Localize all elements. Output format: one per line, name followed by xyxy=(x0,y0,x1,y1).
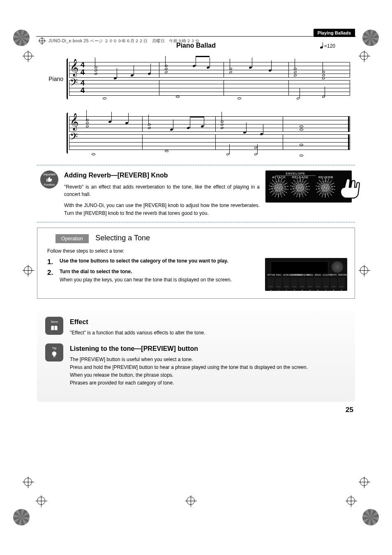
tone-panel-illustration: RHYTHM0PIANO1KEYBOARD/ORGAN2GUITAR/BASS3… xyxy=(265,258,347,291)
section-divider xyxy=(37,165,355,166)
treble-staff: 𝄞 xyxy=(69,116,350,132)
thumb-icon xyxy=(46,176,53,183)
preview-paragraph: Press and hold the [PREVIEW] button to h… xyxy=(70,364,347,371)
lightbulb-icon xyxy=(51,351,58,358)
section-tab: Playing Ballads xyxy=(314,29,355,37)
tone-category-label: SYNTH xyxy=(330,274,337,276)
tone-category-button: VOCAL/PAD7 xyxy=(323,278,329,288)
treble-clef-icon: 𝄞 xyxy=(70,114,78,129)
registration-mark xyxy=(362,30,379,46)
instrument-label: Piano xyxy=(42,76,67,82)
important-badge: Important Function xyxy=(40,170,58,189)
preview-paragraph: When you release the button, the phrase … xyxy=(70,371,347,379)
badge-label-top: Important xyxy=(43,173,55,176)
reverb-knob xyxy=(318,180,333,195)
operation-box: Operation Selecting a Tone Follow these … xyxy=(37,228,355,299)
step-text: Turn the dial to select the tone. xyxy=(60,269,132,274)
tone-category-button: WORLD5 xyxy=(307,278,313,288)
preview-paragraph: The [PREVIEW] button is useful when you … xyxy=(70,356,347,364)
term-badge: Term xyxy=(45,317,63,335)
release-knob xyxy=(293,180,307,195)
page-header: Playing Ballads xyxy=(37,29,355,39)
badge-label: Tip xyxy=(52,346,57,350)
step-text: Use the tone buttons to select the categ… xyxy=(60,258,228,264)
operation-intro: Follow these steps to select a tone: xyxy=(47,248,347,254)
crop-mark xyxy=(24,478,32,486)
tone-category-button: RHYTHM0 xyxy=(267,278,274,288)
tip-block: Term Effect "Effect" is a function that … xyxy=(37,310,355,402)
tone-category-label: PERFORM xyxy=(338,274,345,276)
tone-category-label: KEYBOARD/ORGAN xyxy=(283,274,290,276)
tip-badge: Tip xyxy=(45,343,63,362)
tone-category-button: KEYBOARD/ORGAN2 xyxy=(283,278,290,288)
badge-label: Term xyxy=(51,320,58,324)
crop-mark xyxy=(24,52,32,60)
tone-category-number: 4 xyxy=(299,289,305,292)
treble-clef-icon: 𝄞 xyxy=(70,60,78,75)
attack-knob xyxy=(271,180,286,195)
tone-category-label: RHYTHM xyxy=(267,274,274,276)
crop-mark xyxy=(360,266,368,274)
step-item: 1. Use the tone buttons to select the ca… xyxy=(47,258,260,266)
value-dial xyxy=(332,261,343,273)
effect-heading: Effect xyxy=(70,317,347,327)
crop-mark xyxy=(37,497,45,505)
tone-category-label: WORLD xyxy=(307,274,313,276)
tone-category-number: 1 xyxy=(275,289,282,292)
tone-category-button: BRASS6 xyxy=(315,278,321,288)
crop-mark xyxy=(187,497,195,505)
tone-category-number: 8 xyxy=(330,289,337,292)
step-number: 2. xyxy=(47,269,56,283)
time-signature: 44 xyxy=(81,79,85,94)
lcd-screen xyxy=(271,261,328,275)
step-subtext: When you play the keys, you can hear the… xyxy=(60,277,260,283)
tone-category-number: 5 xyxy=(307,289,313,292)
bass-clef-icon: 𝄢 xyxy=(70,76,78,92)
preview-paragraph: Phrases are provided for each category o… xyxy=(70,379,347,387)
crop-mark xyxy=(24,266,32,274)
reverb-paragraph: "Reverb" is an effect that adds reverber… xyxy=(64,183,260,198)
score-system-2: 𝄞 xyxy=(42,106,350,160)
tone-category-number: 9 xyxy=(338,289,345,292)
tone-category-number: 2 xyxy=(283,289,290,292)
section-divider xyxy=(37,222,355,223)
badge-label-bottom: Function xyxy=(44,183,55,186)
time-signature: 44 xyxy=(81,61,85,76)
tone-category-number: 3 xyxy=(291,289,297,292)
tone-category-button: PIANO1 xyxy=(275,278,282,288)
tone-category-button: GUITAR/BASS3 xyxy=(291,278,297,288)
tone-category-button: SYNTH8 xyxy=(330,278,337,288)
bass-clef-icon: 𝄢 xyxy=(70,130,78,146)
tone-category-label: BRASS xyxy=(315,274,321,276)
book-icon xyxy=(51,325,58,332)
tone-category-button: ORCHESTRA4 xyxy=(299,278,305,288)
tone-category-label: VOCAL/PAD xyxy=(323,274,329,276)
preview-heading: Listening to the tone—[PREVIEW] button xyxy=(70,343,347,354)
crop-mark xyxy=(347,497,355,505)
registration-mark xyxy=(362,509,379,525)
tone-category-label: GUITAR/BASS xyxy=(291,274,297,276)
reverb-heading: Adding Reverb—[REVERB] Knob xyxy=(64,170,260,181)
registration-mark xyxy=(13,30,30,46)
page-number: 25 xyxy=(37,406,355,414)
tone-category-number: 6 xyxy=(315,289,321,292)
step-number: 1. xyxy=(47,258,56,266)
tone-category-number: 0 xyxy=(267,289,274,292)
hand-icon xyxy=(336,174,365,203)
tone-category-label: ORCHESTRA xyxy=(299,274,305,276)
bass-staff: 𝄢 44 xyxy=(69,80,350,96)
registration-mark xyxy=(13,509,30,525)
tone-category-number: 7 xyxy=(323,289,329,292)
tone-category-label: PIANO xyxy=(275,274,282,276)
operation-tag: Operation xyxy=(55,234,89,243)
panel-group-label: ENVELOPE xyxy=(284,172,307,175)
score-system-1: Piano 𝄞 44 xyxy=(42,52,350,106)
treble-staff: 𝄞 44 xyxy=(69,62,350,78)
operation-title: Selecting a Tone xyxy=(95,234,150,242)
effect-paragraph: "Effect" is a function that adds various… xyxy=(70,329,347,337)
reverb-knob-panel: ENVELOPE ATTACK RELEASE REVERB xyxy=(265,170,352,203)
tone-category-button: PERFORM9 xyxy=(338,278,345,288)
bass-staff: 𝄢 xyxy=(69,134,350,150)
crop-mark xyxy=(360,52,368,60)
reverb-paragraph: With the JUNO-Di, you can use the [REVER… xyxy=(64,202,260,217)
